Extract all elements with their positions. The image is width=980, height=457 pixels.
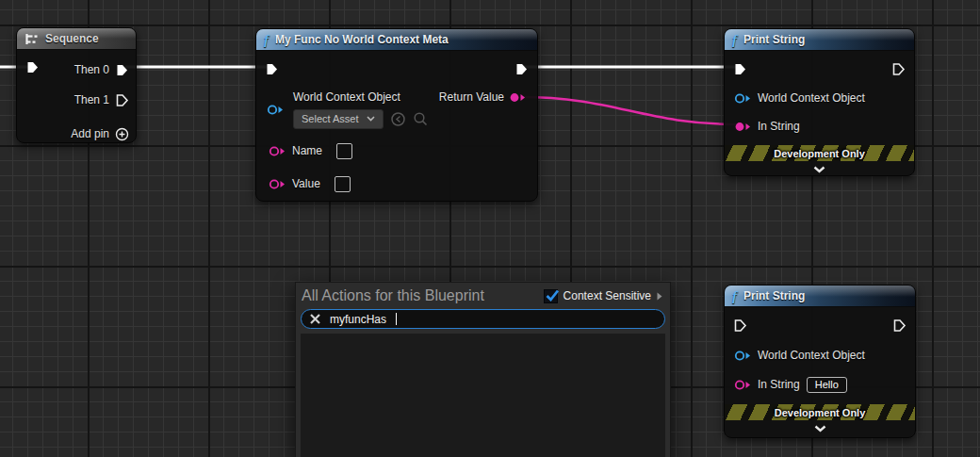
- exec-in-pin[interactable]: [265, 62, 279, 76]
- development-only-label: Development Only: [774, 148, 865, 159]
- pin-label-world-context: World Context Object: [758, 349, 865, 362]
- myfunc-node-header[interactable]: f My Func No World Context Meta: [256, 29, 537, 51]
- value-input[interactable]: [335, 176, 351, 192]
- development-only-banner: Development Only: [725, 404, 915, 420]
- pin-label-return-value: Return Value: [439, 90, 504, 104]
- function-icon: f: [732, 33, 737, 47]
- function-icon: f: [732, 289, 737, 303]
- object-pin-icon[interactable]: [267, 104, 284, 116]
- exec-in-pin[interactable]: [733, 318, 747, 333]
- exec-out-pin-then0[interactable]: [115, 63, 129, 77]
- browse-asset-icon[interactable]: [413, 111, 429, 127]
- exec-out-pin[interactable]: [892, 318, 906, 333]
- myfunc-node[interactable]: f My Func No World Context Meta World Co…: [255, 28, 538, 202]
- search-input-value: myfuncHas: [330, 313, 386, 326]
- node-title: Print String: [743, 289, 805, 302]
- print-string-header[interactable]: f Print String: [725, 29, 914, 51]
- exec-out-pin[interactable]: [514, 62, 529, 76]
- sequence-icon: [24, 33, 39, 45]
- pin-label-name: Name: [292, 144, 322, 157]
- context-sensitive-checkbox[interactable]: [544, 289, 558, 303]
- node-title: My Func No World Context Meta: [275, 33, 449, 46]
- pin-label-value: Value: [292, 177, 320, 190]
- string-pin-icon[interactable]: [734, 121, 751, 133]
- expand-arrow-icon[interactable]: [657, 292, 662, 301]
- collapse-chevron-icon[interactable]: [814, 425, 826, 433]
- name-input[interactable]: [336, 143, 352, 159]
- print-string-node-bottom[interactable]: f Print String World Context Object In: [724, 285, 916, 438]
- context-sensitive-label: Context Sensitive: [564, 289, 651, 302]
- object-pin-icon[interactable]: [734, 350, 751, 362]
- checkmark-icon: [545, 288, 561, 302]
- development-only-label: Development Only: [775, 407, 866, 418]
- add-pin-icon[interactable]: [115, 127, 129, 141]
- string-pin-icon[interactable]: [734, 379, 751, 391]
- in-string-input[interactable]: Hello: [807, 377, 847, 393]
- function-icon: f: [264, 33, 269, 47]
- pin-label-in-string: In String: [758, 120, 800, 133]
- value-pin-icon[interactable]: [269, 178, 286, 190]
- action-menu-popup: All Actions for this Blueprint Context S…: [295, 282, 671, 457]
- in-string-value: Hello: [815, 379, 839, 390]
- sequence-node-header[interactable]: Sequence: [17, 28, 136, 50]
- print-string-node-top[interactable]: f Print String World Context Object In: [724, 28, 915, 176]
- select-asset-dropdown[interactable]: Select Asset: [293, 109, 384, 129]
- sequence-node[interactable]: Sequence Then 0 Then 1 Add pin: [16, 27, 137, 143]
- exec-in-pin[interactable]: [25, 60, 40, 74]
- pin-label-world-context: World Context Object: [293, 90, 400, 104]
- exec-out-pin-then1[interactable]: [115, 93, 129, 107]
- exec-out-pin[interactable]: [891, 62, 906, 76]
- pin-label-in-string: In String: [758, 378, 800, 391]
- data-wire[interactable]: [520, 97, 741, 124]
- action-results-list[interactable]: [301, 334, 665, 457]
- object-pin-icon[interactable]: [734, 92, 751, 105]
- collapse-chevron-icon[interactable]: [813, 166, 825, 173]
- exec-in-pin[interactable]: [733, 62, 747, 76]
- node-title: Print String: [743, 33, 805, 46]
- popup-title: All Actions for this Blueprint: [302, 287, 544, 304]
- node-title: Sequence: [45, 32, 99, 45]
- name-pin-icon[interactable]: [269, 145, 286, 157]
- add-pin-label: Add pin: [71, 127, 109, 140]
- clear-search-icon[interactable]: [309, 313, 321, 325]
- use-selected-asset-icon[interactable]: [390, 111, 406, 127]
- pin-label-then1: Then 1: [74, 93, 109, 106]
- print-string-header[interactable]: f Print String: [725, 286, 915, 307]
- search-input[interactable]: myfuncHas: [301, 309, 665, 329]
- return-value-pin[interactable]: [509, 91, 526, 104]
- pin-label-world-context: World Context Object: [758, 91, 865, 105]
- blueprint-graph-canvas[interactable]: Sequence Then 0 Then 1 Add pin: [0, 0, 980, 457]
- development-only-banner: Development Only: [725, 145, 914, 161]
- text-caret: [396, 313, 397, 325]
- chevron-down-icon: [367, 116, 375, 122]
- select-asset-label: Select Asset: [302, 113, 359, 124]
- pin-label-then0: Then 0: [74, 63, 109, 76]
